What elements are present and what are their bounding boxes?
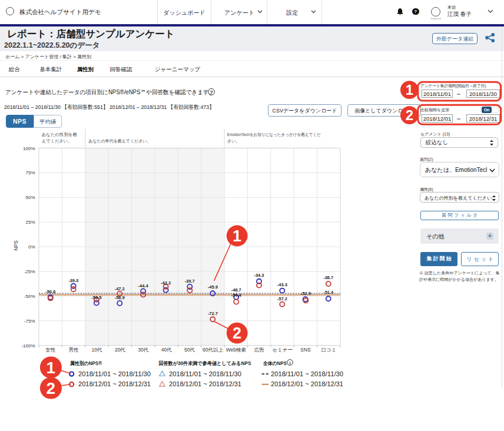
svg-text:-48.7: -48.7 [231,287,241,293]
svg-text:20代: 20代 [115,347,125,353]
svg-text:属性別のNPS®: 属性別のNPS® [69,360,102,366]
svg-text:SNS: SNS [300,347,311,353]
svg-text:1: 1 [47,359,56,377]
svg-text:-44.4: -44.4 [138,283,149,289]
svg-text:広告: 広告 [254,347,265,353]
svg-text:えてください。: えてください。 [42,138,72,144]
svg-text:-52.9: -52.9 [301,291,311,296]
svg-text:-39.3: -39.3 [68,278,78,283]
svg-text:25%: 25% [25,220,35,225]
svg-text:全体のNPS: 全体のNPS [263,360,287,366]
svg-text:2018/12/01 ~ 2018/12/31: 2018/12/01 ~ 2018/12/31 [78,380,151,387]
svg-text:-51.4: -51.4 [323,290,334,295]
svg-text:-50.8: -50.8 [45,289,55,294]
svg-text:-42.2: -42.2 [161,280,171,286]
svg-text:NPS: NPS [13,240,19,251]
svg-text:さい。: さい。 [227,138,240,144]
svg-text:男性: 男性 [69,347,79,353]
svg-text:-54.4: -54.4 [231,293,242,298]
svg-text:50代: 50代 [184,347,195,353]
svg-text:2018/12/01 ~ 2018/12/31: 2018/12/01 ~ 2018/12/31 [271,380,343,387]
svg-text:2018/12/01 ~ 2018/12/31: 2018/12/01 ~ 2018/12/31 [169,380,241,387]
svg-text:60代以上: 60代以上 [203,347,223,353]
svg-text:2: 2 [233,324,241,342]
svg-text:100%: 100% [23,146,35,151]
svg-text:-39.7: -39.7 [185,279,195,284]
svg-text:-100%: -100% [21,343,35,349]
svg-text:40代: 40代 [161,347,172,353]
svg-text:1: 1 [233,227,241,245]
svg-text:Web検索: Web検索 [226,347,246,353]
svg-text:回答数が30件未満で参考値としてみるNPS: 回答数が30件未満で参考値としてみるNPS [158,360,251,366]
svg-text:2018/11/01 ~ 2018/11/30: 2018/11/01 ~ 2018/11/30 [78,370,151,377]
svg-text:セミナー: セミナー [272,347,293,353]
svg-text:2018/11/01 ~ 2018/11/30: 2018/11/01 ~ 2018/11/30 [271,370,343,377]
svg-text:0%: 0% [28,244,35,250]
svg-text:10代: 10代 [92,347,102,353]
svg-text:-36.7: -36.7 [323,275,333,280]
svg-text:-57.2: -57.2 [277,296,287,301]
svg-text:30代: 30代 [138,347,148,353]
svg-text:口コミ: 口コミ [321,347,337,353]
svg-text:EmotionTechをお知りになったきっかけを教えてくだ: EmotionTechをお知りになったきっかけを教えてくだ [227,132,321,137]
svg-text:-72.7: -72.7 [208,311,218,316]
svg-text:-56.9: -56.9 [115,295,125,300]
svg-text:2: 2 [47,379,56,397]
svg-text:-50%: -50% [24,294,35,299]
svg-text:-47.2: -47.2 [115,286,125,291]
svg-text:1: 1 [406,82,413,98]
svg-text:-25%: -25% [24,269,35,274]
svg-text:2018/11/01 ~ 2018/11/30: 2018/11/01 ~ 2018/11/30 [169,370,241,377]
svg-text:-45.9: -45.9 [208,284,218,290]
svg-text:あなたの性別を教: あなたの性別を教 [42,132,77,137]
svg-text:2: 2 [406,107,413,123]
svg-text:50%: 50% [25,195,35,200]
svg-text:-43.3: -43.3 [277,282,287,287]
svg-text:女性: 女性 [45,347,56,353]
svg-text:-56.5: -56.5 [91,295,101,300]
svg-text:75%: 75% [25,170,35,175]
svg-text:-75%: -75% [24,319,35,324]
svg-text:i: i [290,361,291,365]
svg-text:あなたの年代を教えてください。: あなたの年代を教えてください。 [88,138,151,144]
svg-text:-34.3: -34.3 [254,273,264,278]
